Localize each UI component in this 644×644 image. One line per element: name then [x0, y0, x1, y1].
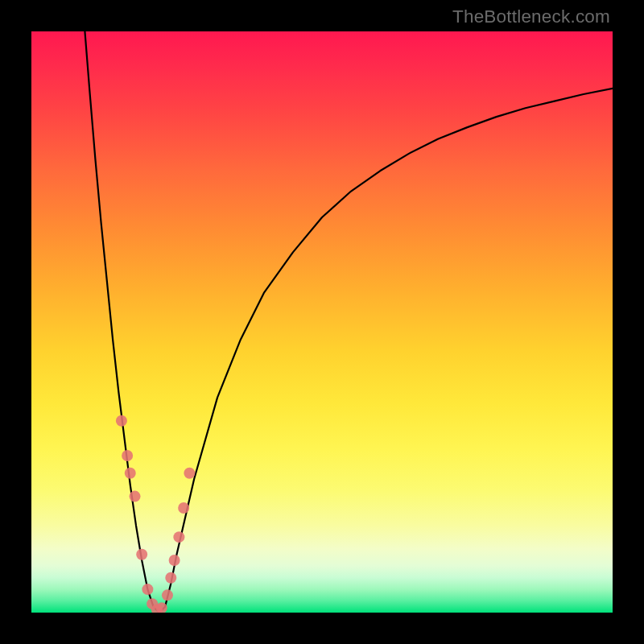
chart-frame: TheBottleneck.com — [0, 0, 644, 644]
plot-area — [31, 31, 613, 613]
watermark-text: TheBottleneck.com — [452, 6, 610, 27]
background-gradient — [31, 31, 613, 613]
